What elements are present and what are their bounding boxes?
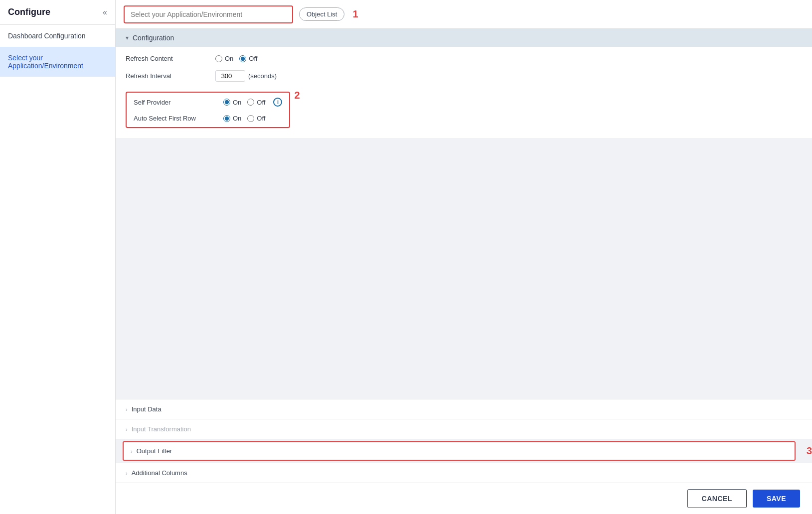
refresh-content-off-option[interactable]: Off: [239, 55, 257, 62]
refresh-content-radio-group: On Off: [215, 55, 257, 62]
footer: CANCEL SAVE: [116, 483, 812, 514]
auto-select-on-option[interactable]: On: [223, 115, 241, 122]
refresh-content-off-radio[interactable]: [239, 55, 246, 62]
cancel-button[interactable]: CANCEL: [687, 489, 747, 508]
seconds-label: (seconds): [248, 72, 277, 80]
configuration-section-header[interactable]: ▾ Configuration: [116, 29, 812, 47]
sidebar: Configure « Dashboard Configuration Sele…: [0, 0, 116, 514]
self-provider-on-radio[interactable]: [223, 99, 230, 106]
panel-area: ▾ Configuration Refresh Content On: [116, 29, 812, 483]
auto-select-off-radio[interactable]: [247, 115, 254, 122]
refresh-interval-row: Refresh Interval (seconds): [126, 70, 802, 82]
bottom-sections: › Input Data › Input Transformation › Ou…: [116, 399, 812, 483]
app-env-input[interactable]: [124, 5, 293, 23]
chevron-down-icon: ▾: [126, 34, 129, 41]
output-filter-header[interactable]: › Output Filter: [123, 441, 796, 461]
auto-select-first-row-radio-group: On Off: [223, 115, 265, 122]
chevron-right-icon-3: ›: [131, 448, 133, 454]
refresh-content-on-radio[interactable]: [215, 55, 222, 62]
auto-select-on-radio[interactable]: [223, 115, 230, 122]
sidebar-nav: Dashboard Configuration Select your Appl…: [0, 25, 115, 514]
annotation-3: 3: [807, 445, 812, 457]
output-filter-section: › Output Filter 3: [116, 439, 812, 463]
self-provider-on-option[interactable]: On: [223, 99, 241, 106]
annotation-2: 2: [294, 90, 300, 101]
sidebar-item-select-app-env[interactable]: Select your Application/Environment: [0, 47, 115, 77]
self-provider-label: Self Provider: [134, 99, 223, 106]
sidebar-item-dashboard-config[interactable]: Dashboard Configuration: [0, 25, 115, 47]
self-provider-row: Self Provider On Off: [134, 98, 282, 107]
sidebar-collapse-button[interactable]: «: [103, 8, 107, 17]
additional-columns-header[interactable]: › Additional Columns: [116, 463, 812, 483]
app-container: Configure « Dashboard Configuration Sele…: [0, 0, 812, 514]
self-provider-auto-select-box: Self Provider On Off: [126, 92, 290, 128]
auto-select-off-option[interactable]: Off: [247, 115, 265, 122]
refresh-interval-label: Refresh Interval: [126, 72, 215, 80]
input-data-header[interactable]: › Input Data: [116, 399, 812, 419]
self-provider-radio-group: On Off i: [223, 98, 282, 107]
refresh-content-label: Refresh Content: [126, 55, 215, 62]
input-transformation-section: › Input Transformation: [116, 419, 812, 439]
input-transformation-label: Input Transformation: [132, 425, 191, 433]
additional-columns-label: Additional Columns: [132, 469, 187, 477]
additional-columns-section: › Additional Columns: [116, 463, 812, 483]
sidebar-title: Configure: [8, 7, 50, 17]
input-data-section: › Input Data: [116, 399, 812, 419]
object-list-button[interactable]: Object List: [299, 7, 344, 21]
save-button[interactable]: SAVE: [753, 490, 800, 508]
annotation-1: 1: [352, 8, 358, 20]
refresh-content-on-option[interactable]: On: [215, 55, 233, 62]
input-data-label: Input Data: [132, 405, 162, 413]
refresh-content-row: Refresh Content On Off: [126, 55, 802, 62]
input-transformation-header: › Input Transformation: [116, 419, 812, 439]
configuration-section: ▾ Configuration Refresh Content On: [116, 29, 812, 138]
content-spacer: [116, 138, 812, 399]
self-provider-info-icon[interactable]: i: [273, 98, 282, 107]
self-provider-off-option[interactable]: Off: [247, 99, 265, 106]
configuration-section-body: Refresh Content On Off: [116, 47, 812, 138]
output-filter-label: Output Filter: [137, 447, 172, 455]
refresh-interval-input[interactable]: [215, 70, 245, 82]
auto-select-first-row-label: Auto Select First Row: [134, 115, 223, 122]
chevron-right-icon-2: ›: [126, 426, 128, 432]
sidebar-header: Configure «: [0, 0, 115, 25]
auto-select-first-row-row: Auto Select First Row On Off: [134, 115, 282, 122]
main-content: Object List 1 ▾ Configuration Refresh Co…: [116, 0, 812, 514]
chevron-right-icon: ›: [126, 406, 128, 412]
self-provider-off-radio[interactable]: [247, 99, 254, 106]
chevron-right-icon-4: ›: [126, 470, 128, 476]
top-bar: Object List 1: [116, 0, 812, 29]
